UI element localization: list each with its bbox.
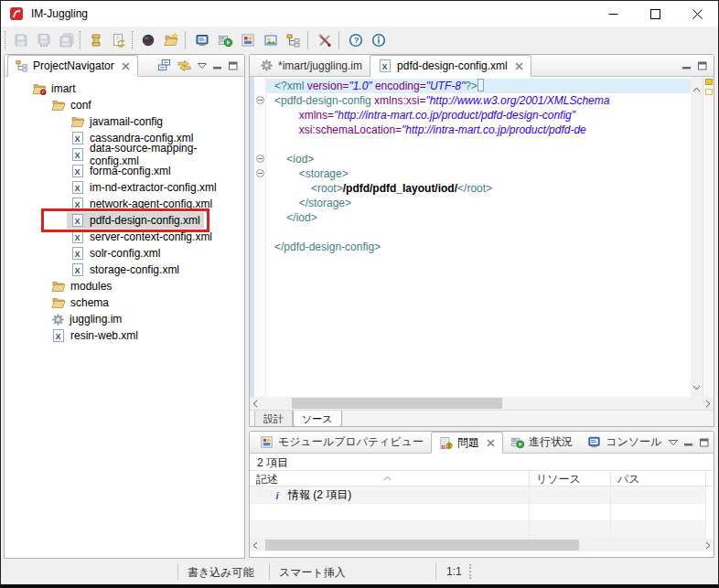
editor-tab-imart-juggling-im[interactable]: *imart/juggling.im (252, 55, 370, 76)
tree-item-resin-web-xml[interactable]: Xresin-web.xml (5, 327, 244, 344)
folder-icon (70, 114, 85, 129)
view-tab-item[interactable]: 進行状況 (503, 432, 580, 453)
minimize-view-button[interactable] (684, 438, 693, 447)
tree-item-label: schema (70, 296, 109, 309)
tree-item-schema[interactable]: schema (5, 294, 244, 311)
editor-tab-pdfd-design-config-xml[interactable]: Xpdfd-design-config.xml (370, 55, 531, 77)
view-tab-item[interactable]: モジュールプロパティビュー (252, 432, 431, 453)
tree-item-label: conf (70, 99, 91, 112)
xml-file-icon: X (70, 262, 85, 277)
statusbar-item: 1:1 (446, 565, 462, 578)
close-icon[interactable] (487, 439, 495, 447)
project-navigator-view: ProjectNavigator imartconfjavamail-confi… (4, 54, 245, 559)
tree-item-im-nd-extractor-config-xml[interactable]: Xim-nd-extractor-config.xml (5, 179, 244, 196)
view-menu-icon[interactable] (669, 440, 678, 445)
new-folder-button[interactable] (159, 29, 182, 51)
view-tab-item[interactable]: 問題 (431, 432, 503, 454)
tree-item-server-context-config-xml[interactable]: Xserver-context-config.xml (5, 229, 244, 245)
scroll-right-icon[interactable] (705, 395, 711, 412)
scrollbar-thumb[interactable] (265, 540, 579, 551)
tree-item-juggling-im[interactable]: juggling.im (5, 311, 244, 327)
help-button[interactable]: ? (344, 29, 367, 51)
progress-view-button[interactable] (213, 29, 236, 51)
tree-item-storage-config-xml[interactable]: Xstorage-config.xml (5, 262, 244, 278)
minimize-view-button[interactable] (213, 61, 222, 70)
scroll-down-icon[interactable] (692, 378, 701, 394)
maximize-view-button[interactable] (229, 61, 238, 70)
svg-text:X: X (75, 233, 80, 242)
fold-collapse-icon[interactable] (256, 96, 264, 104)
scroll-left-icon[interactable] (252, 395, 258, 412)
close-icon[interactable] (515, 62, 523, 70)
tree-item-pdfd-design-config-xml[interactable]: Xpdfd-design-config.xml (5, 212, 244, 229)
svg-text:X: X (75, 184, 80, 193)
occurrence-marker-icon[interactable] (705, 79, 713, 85)
scrollbar-thumb[interactable] (292, 398, 502, 409)
fold-collapse-icon[interactable] (256, 155, 264, 163)
tree-item-conf[interactable]: conf (5, 97, 244, 113)
project-tree[interactable]: imartconfjavamail-configXcassandra-confi… (5, 77, 244, 559)
maximize-view-button[interactable] (698, 61, 707, 70)
page-tab-item[interactable]: ソース (293, 411, 342, 427)
tree-item-javamail-config[interactable]: javamail-config (5, 113, 244, 130)
editor-vertical-scrollbar[interactable] (691, 77, 703, 397)
save-as-button[interactable] (32, 29, 55, 51)
svg-text:X: X (75, 266, 80, 275)
occurrence-marker-icon[interactable] (705, 89, 713, 95)
scroll-up-icon[interactable] (692, 80, 701, 96)
editor-horizontal-scrollbar[interactable] (250, 397, 714, 410)
column-header-item[interactable]: リソース (530, 471, 611, 486)
fold-collapse-icon[interactable] (256, 169, 264, 177)
about-button[interactable] (367, 29, 390, 51)
xml-file-icon: X (378, 59, 392, 73)
view-tab-label: 進行状況 (529, 434, 573, 450)
tab-project-navigator[interactable]: ProjectNavigator (7, 55, 138, 77)
main-toolbar: ? (1, 27, 718, 53)
xml-source-editor[interactable]: <?xml version="1.0" encoding="UTF-8"?><p… (266, 77, 691, 397)
xml-refresh-button[interactable] (107, 29, 130, 51)
scroll-right-icon[interactable] (705, 537, 711, 553)
save-all-button[interactable] (55, 29, 78, 51)
problem-row[interactable]: i情報 (2 項目) (250, 486, 714, 504)
folder-icon (51, 279, 66, 294)
statusbar-separator (435, 563, 436, 580)
tree-item-network-agent-config-xml[interactable]: Xnetwork-agent-config.xml (5, 196, 244, 212)
editor-tab-label: *imart/juggling.im (278, 59, 362, 72)
problems-horizontal-scrollbar[interactable] (250, 539, 714, 551)
folding-gutter (254, 77, 266, 397)
tree-item-label: forma-config.xml (90, 165, 171, 177)
image-view-button[interactable] (259, 29, 282, 51)
statusbar-item: 書き込み可能 (188, 565, 254, 581)
column-header-item[interactable]: パス (611, 471, 706, 486)
statusbar-separator (177, 563, 178, 580)
tree-item-label: storage-config.xml (90, 263, 179, 276)
svg-text:X: X (75, 167, 80, 176)
minimize-button[interactable] (592, 1, 634, 27)
scroll-left-icon[interactable] (252, 537, 258, 553)
tree-item-solr-config-xml[interactable]: Xsolr-config.xml (5, 245, 244, 262)
tools-button[interactable] (313, 29, 336, 51)
juggling-package-button[interactable] (84, 29, 107, 51)
maximize-view-button[interactable] (700, 438, 709, 447)
save-button[interactable] (9, 29, 32, 51)
hierarchy-view-button[interactable] (282, 29, 305, 51)
maximize-button[interactable] (634, 1, 676, 27)
problem-row-label: 情報 (2 項目) (288, 487, 351, 503)
tree-item-data-source-mapping-config-xml[interactable]: Xdata-source-mapping-config.xml (5, 146, 244, 163)
svg-text:X: X (75, 134, 80, 144)
view-tab-item[interactable]: コンソール (580, 432, 669, 453)
tree-item-modules[interactable]: modules (5, 278, 244, 294)
console-view-button[interactable] (190, 29, 213, 51)
svg-text:X: X (382, 62, 388, 71)
close-button[interactable] (676, 1, 718, 27)
view-menu-icon[interactable] (198, 63, 207, 69)
info-icon: i (274, 489, 283, 501)
page-tab-item[interactable]: 設計 (254, 411, 293, 427)
module-view-button[interactable] (236, 29, 259, 51)
link-with-editor-button[interactable] (177, 59, 191, 72)
minimize-view-button[interactable] (682, 61, 692, 70)
collapse-all-button[interactable] (157, 59, 171, 72)
juggling-ball-button[interactable] (136, 29, 159, 51)
close-icon[interactable] (122, 62, 130, 70)
tree-item-imart[interactable]: imart (5, 80, 244, 97)
